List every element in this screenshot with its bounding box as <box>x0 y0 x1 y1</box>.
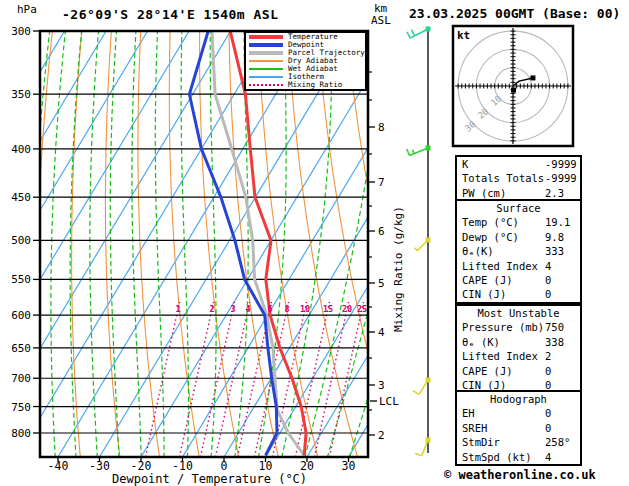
table-cell-label: Totals Totals <box>462 171 544 186</box>
table-cell-label: Pressure (mb) <box>462 320 544 335</box>
copyright: © weatheronline.co.uk <box>444 468 596 482</box>
hodograph-unit-label: kt <box>457 29 470 42</box>
table-row: PW (cm)2.3 <box>457 186 580 200</box>
pressure-axis: 300350400450500550600650700750800 <box>11 25 40 440</box>
table-row: CIN (J)0 <box>457 287 580 301</box>
table-cell-value: 0 <box>545 421 551 436</box>
table-cell-value: 0 <box>545 273 551 288</box>
svg-text:7: 7 <box>378 176 385 189</box>
svg-text:3: 3 <box>230 304 235 314</box>
table-cell-value: 2 <box>545 349 551 364</box>
table-cell-label: Lifted Index <box>462 259 538 274</box>
legend-item: Mixing Ratio <box>246 81 365 89</box>
lcl-label: LCL <box>379 395 399 408</box>
km-axis: 8765432 <box>368 72 385 442</box>
svg-text:3: 3 <box>378 379 385 392</box>
table-row: Totals Totals-9999 <box>457 171 580 185</box>
table-cell-value: 750 <box>545 320 564 335</box>
svg-text:10: 10 <box>259 459 273 473</box>
svg-text:1: 1 <box>175 304 180 314</box>
svg-text:15: 15 <box>323 304 333 314</box>
table-cell-value: 19.1 <box>545 215 570 230</box>
svg-text:10: 10 <box>300 304 310 314</box>
table-header: Most Unstable <box>457 306 580 320</box>
temperature-axis: -40-30-20-100102030 <box>48 457 356 473</box>
svg-text:450: 450 <box>11 191 31 204</box>
indices-table-stability: K-9999Totals Totals-9999PW (cm)2.3 <box>455 155 582 202</box>
svg-text:6: 6 <box>267 304 272 314</box>
sounding-page: 1234681015202530035040045050055060065070… <box>0 0 629 486</box>
table-cell-label: CIN (J) <box>462 287 506 302</box>
table-cell-value: 0 <box>545 287 551 302</box>
table-row: Lifted Index2 <box>457 349 580 363</box>
svg-text:-30: -30 <box>89 459 110 473</box>
svg-text:4: 4 <box>245 304 250 314</box>
altitude-axis-unit-asl: ASL <box>371 14 391 27</box>
temperature-axis-title: Dewpoint / Temperature (°C) <box>112 472 307 486</box>
legend-label: Mixing Ratio <box>288 81 342 89</box>
svg-text:0: 0 <box>221 459 228 473</box>
table-cell-label: Dewp (°C) <box>462 230 519 245</box>
svg-text:2: 2 <box>378 429 385 442</box>
table-row: Lifted Index4 <box>457 259 580 273</box>
table-row: SREH0 <box>457 421 580 435</box>
table-cell-label: θₑ(K) <box>462 244 494 259</box>
table-cell-value: 4 <box>545 450 551 465</box>
table-cell-label: θₑ (K) <box>462 335 500 350</box>
table-cell-label: EH <box>462 406 475 421</box>
svg-text:650: 650 <box>11 342 31 355</box>
table-row: θₑ (K)338 <box>457 335 580 349</box>
svg-text:550: 550 <box>11 273 31 286</box>
svg-text:600: 600 <box>11 309 31 322</box>
pressure-axis-unit: hPa <box>17 3 37 16</box>
mixing-ratio-axis-label: Mixing Ratio (g/kg) <box>392 206 405 332</box>
table-row: CAPE (J)0 <box>457 364 580 378</box>
table-cell-value: -9999 <box>545 157 577 172</box>
svg-text:4: 4 <box>378 326 385 339</box>
svg-text:6: 6 <box>378 225 385 238</box>
plot-frame <box>40 31 368 457</box>
table-cell-value: 0 <box>545 364 551 379</box>
table-cell-label: StmDir <box>462 435 500 450</box>
svg-text:500: 500 <box>11 234 31 247</box>
hodograph: 102030 <box>453 26 573 146</box>
indices-table-hodograph: HodographEH0SREH0StmDir258°StmSpd (kt)4 <box>455 390 582 466</box>
indices-table-surface: SurfaceTemp (°C)19.1Dewp (°C)9.8θₑ(K)333… <box>455 199 582 304</box>
svg-text:-40: -40 <box>48 459 69 473</box>
svg-text:400: 400 <box>11 143 31 156</box>
svg-text:20: 20 <box>342 304 352 314</box>
svg-text:8: 8 <box>284 304 289 314</box>
svg-text:750: 750 <box>11 401 31 414</box>
svg-text:700: 700 <box>11 372 31 385</box>
table-row: CAPE (J)0 <box>457 273 580 287</box>
legend-swatch-dewpoint <box>249 43 283 47</box>
table-row: EH0 <box>457 406 580 420</box>
legend-swatch-temperature <box>249 35 283 39</box>
table-header: Surface <box>457 201 580 215</box>
svg-text:25: 25 <box>357 304 367 314</box>
table-cell-label: CAPE (J) <box>462 364 513 379</box>
table-row: StmSpd (kt)4 <box>457 450 580 464</box>
table-cell-value: 0 <box>545 406 551 421</box>
table-row: StmDir258° <box>457 435 580 449</box>
svg-text:-10: -10 <box>172 459 193 473</box>
table-cell-value: 338 <box>545 335 564 350</box>
table-row: Temp (°C)19.1 <box>457 215 580 229</box>
table-cell-value: 4 <box>545 259 551 274</box>
svg-text:-20: -20 <box>131 459 152 473</box>
svg-text:30: 30 <box>342 459 356 473</box>
svg-text:800: 800 <box>11 427 31 440</box>
svg-text:5: 5 <box>378 277 385 290</box>
datetime-title: 23.03.2025 00GMT (Base: 00) <box>409 6 620 21</box>
legend-swatch-wet-adiabat <box>249 68 283 70</box>
legend-swatch-isotherm <box>249 76 283 78</box>
table-header: Hodograph <box>457 392 580 406</box>
table-cell-label: CAPE (J) <box>462 273 513 288</box>
legend-swatch-parcel-trajectory <box>249 51 283 55</box>
mixing-ratio-labels: 12346810152025 <box>175 304 367 314</box>
table-cell-value: 258° <box>545 435 570 450</box>
table-row: Pressure (mb)750 <box>457 320 580 334</box>
table-row: Dewp (°C)9.8 <box>457 230 580 244</box>
legend: TemperatureDewpointParcel TrajectoryDry … <box>244 31 367 91</box>
legend-swatch-dry-adiabat <box>249 60 283 62</box>
